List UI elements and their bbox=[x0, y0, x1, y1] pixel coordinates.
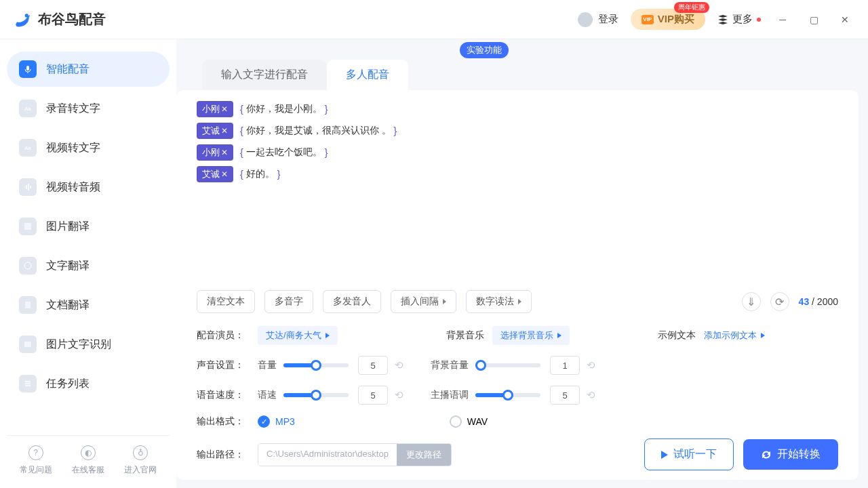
svg-text:Aa: Aa bbox=[24, 106, 31, 112]
question-icon: ? bbox=[28, 445, 43, 460]
dropdown-icon bbox=[518, 299, 521, 304]
bgvolume-value[interactable]: 1 bbox=[550, 356, 580, 375]
preview-button[interactable]: 试听一下 bbox=[644, 439, 734, 470]
add-sample-button[interactable]: 添加示例文本 bbox=[704, 329, 765, 342]
remove-voice-icon[interactable]: ✕ bbox=[221, 126, 228, 136]
polyphone-button[interactable]: 多音字 bbox=[264, 290, 313, 313]
sidebar-item-tasks[interactable]: 任务列表 bbox=[7, 366, 170, 401]
sidebar-label: 任务列表 bbox=[46, 377, 90, 391]
number-read-button[interactable]: 数字读法 bbox=[466, 290, 532, 313]
radio-wav[interactable] bbox=[450, 415, 462, 428]
app-name: 布谷鸟配音 bbox=[38, 10, 106, 28]
list-icon bbox=[19, 375, 37, 392]
svg-point-5 bbox=[24, 262, 31, 269]
ocr-icon bbox=[19, 336, 37, 353]
footer-label: 进入官网 bbox=[124, 464, 157, 476]
aa-icon: Aa bbox=[19, 139, 37, 157]
more-button[interactable]: 更多 bbox=[717, 13, 761, 26]
play-icon bbox=[661, 451, 668, 459]
sidebar-label: 文字翻译 bbox=[46, 259, 90, 273]
speed-slider[interactable] bbox=[283, 393, 349, 397]
reset-icon[interactable]: ⟲ bbox=[587, 389, 595, 401]
sidebar-label: 智能配音 bbox=[46, 62, 90, 77]
path-label: 输出路径： bbox=[197, 449, 258, 461]
sidebar-label: 视频转文字 bbox=[46, 141, 100, 155]
sidebar-item-image-translate[interactable]: 图片翻译 bbox=[7, 209, 170, 244]
voice-chip[interactable]: 小刚✕ bbox=[197, 101, 233, 117]
format-label: 输出格式： bbox=[197, 415, 258, 428]
experimental-badge: 实验功能 bbox=[460, 42, 509, 58]
download-icon[interactable]: ⇓ bbox=[742, 292, 761, 311]
svg-rect-7 bbox=[24, 342, 31, 347]
vip-label: VIP购买 bbox=[658, 13, 694, 26]
bgvolume-slider[interactable] bbox=[475, 363, 540, 367]
reset-icon[interactable]: ⟲ bbox=[395, 389, 403, 401]
vip-button[interactable]: VIP VIP购买 周年钜惠 bbox=[631, 9, 705, 30]
remove-voice-icon[interactable]: ✕ bbox=[221, 148, 228, 157]
sidebar-item-text-translate[interactable]: 文字翻译 bbox=[7, 248, 170, 283]
remove-voice-icon[interactable]: ✕ bbox=[221, 169, 228, 179]
radio-mp3[interactable] bbox=[258, 415, 270, 428]
line-text[interactable]: 你好，我是小刚。 bbox=[246, 103, 322, 115]
start-convert-button[interactable]: 开始转换 bbox=[743, 439, 838, 470]
share-icon[interactable]: ⟳ bbox=[770, 292, 789, 311]
svg-point-0 bbox=[25, 14, 28, 17]
bgm-select[interactable]: 选择背景音乐 bbox=[492, 326, 570, 345]
bgvolume-label: 背景音量 bbox=[431, 359, 469, 371]
clear-text-button[interactable]: 清空文本 bbox=[197, 290, 255, 313]
more-label: 更多 bbox=[732, 13, 753, 26]
script-editor[interactable]: 小刚✕{你好，我是小刚。} 艾诚✕{你好，我是艾诚，很高兴认识你 。} 小刚✕{… bbox=[176, 90, 859, 283]
sidebar-label: 文档翻译 bbox=[46, 298, 90, 312]
stack-icon bbox=[717, 14, 728, 25]
close-button[interactable]: ✕ bbox=[835, 10, 854, 29]
wave-icon bbox=[19, 178, 37, 196]
line-text[interactable]: 你好，我是艾诚，很高兴认识你 。 bbox=[246, 125, 391, 137]
play-icon bbox=[326, 333, 330, 338]
remove-voice-icon[interactable]: ✕ bbox=[221, 104, 228, 114]
voice-chip[interactable]: 艾诚✕ bbox=[197, 123, 233, 139]
tab-text-input[interactable]: 输入文字进行配音 bbox=[202, 60, 327, 90]
insert-pause-button[interactable]: 插入间隔 bbox=[391, 290, 456, 313]
wav-label: WAV bbox=[467, 416, 488, 427]
support-button[interactable]: ◐在线客服 bbox=[72, 445, 104, 476]
login-button[interactable]: 登录 bbox=[578, 12, 618, 27]
svg-rect-6 bbox=[25, 302, 31, 308]
sidebar-item-audio-to-text[interactable]: Aa录音转文字 bbox=[7, 91, 170, 126]
translate-icon bbox=[19, 218, 37, 235]
reset-icon[interactable]: ⟲ bbox=[587, 359, 595, 371]
website-button[interactable]: ♁进入官网 bbox=[124, 445, 157, 476]
output-path-input[interactable]: C:\Users\Administrator\desktop bbox=[258, 444, 397, 466]
sidebar-item-doc-translate[interactable]: 文档翻译 bbox=[7, 287, 170, 323]
sidebar-label: 图片翻译 bbox=[46, 220, 90, 234]
sidebar-item-smart-dub[interactable]: 智能配音 bbox=[7, 52, 170, 87]
voice-chip[interactable]: 小刚✕ bbox=[197, 144, 233, 161]
change-path-button[interactable]: 更改路径 bbox=[397, 444, 451, 466]
minimize-button[interactable]: ─ bbox=[773, 10, 792, 29]
svg-rect-1 bbox=[26, 66, 29, 70]
reset-icon[interactable]: ⟲ bbox=[395, 359, 403, 371]
line-text[interactable]: 好的。 bbox=[246, 168, 275, 180]
tab-multi-voice[interactable]: 多人配音 bbox=[327, 60, 408, 90]
svg-rect-4 bbox=[24, 223, 31, 230]
vip-crown-icon: VIP bbox=[642, 15, 654, 24]
sidebar-label: 图片文字识别 bbox=[46, 338, 111, 352]
mp3-label: MP3 bbox=[275, 416, 295, 427]
tone-slider[interactable] bbox=[475, 393, 540, 397]
faq-button[interactable]: ?常见问题 bbox=[20, 445, 52, 476]
volume-slider[interactable] bbox=[283, 363, 349, 367]
multi-speaker-button[interactable]: 多发音人 bbox=[323, 290, 381, 313]
line-text[interactable]: 一起去吃个饭吧。 bbox=[246, 146, 322, 159]
sidebar-item-video-to-audio[interactable]: 视频转音频 bbox=[7, 169, 170, 205]
speed-setting-label: 语音速度： bbox=[197, 389, 258, 401]
actor-select[interactable]: 艾达/商务大气 bbox=[258, 326, 338, 345]
sidebar-item-video-to-text[interactable]: Aa视频转文字 bbox=[7, 130, 170, 165]
speed-value[interactable]: 5 bbox=[358, 386, 388, 405]
tone-value[interactable]: 5 bbox=[550, 386, 580, 405]
volume-value[interactable]: 5 bbox=[358, 356, 388, 375]
voice-chip[interactable]: 艾诚✕ bbox=[197, 166, 233, 182]
main-panel: 实验功能 输入文字进行配音 多人配音 小刚✕{你好，我是小刚。} 艾诚✕{你好，… bbox=[176, 39, 868, 488]
sidebar-item-ocr[interactable]: 图片文字识别 bbox=[7, 327, 170, 362]
maximize-button[interactable]: ▢ bbox=[804, 10, 823, 29]
footer-label: 在线客服 bbox=[72, 464, 104, 476]
svg-text:Aa: Aa bbox=[24, 145, 31, 151]
